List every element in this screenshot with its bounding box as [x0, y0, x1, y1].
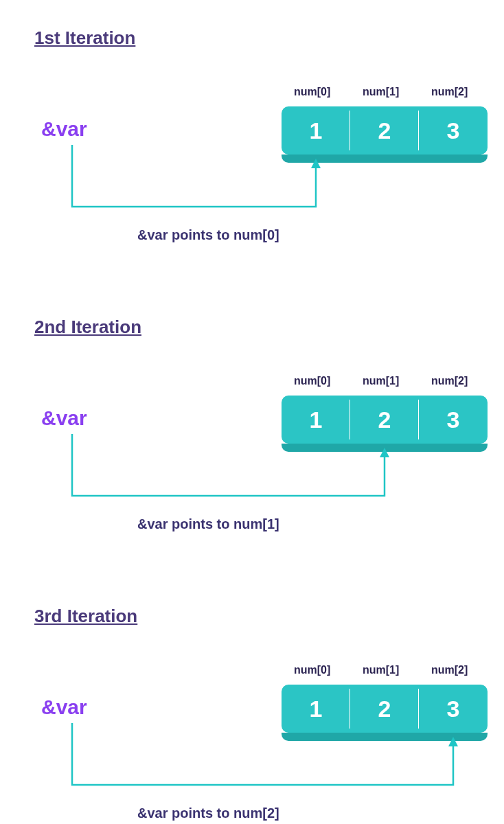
iteration-content: &varnum[0]num[1]num[2]123&var points to …	[27, 661, 504, 824]
iteration-title: 1st Iteration	[34, 27, 504, 49]
iteration-2: 2nd Iteration&varnum[0]num[1]num[2]123&v…	[27, 317, 504, 551]
iteration-3: 3rd Iteration&varnum[0]num[1]num[2]123&v…	[27, 606, 504, 824]
pointer-caption: &var points to num[2]	[137, 805, 279, 821]
iteration-content: &varnum[0]num[1]num[2]123&var points to …	[27, 83, 504, 262]
iteration-title: 2nd Iteration	[34, 317, 504, 338]
iteration-content: &varnum[0]num[1]num[2]123&var points to …	[27, 372, 504, 551]
iteration-title: 3rd Iteration	[34, 606, 504, 627]
iteration-1: 1st Iteration&varnum[0]num[1]num[2]123&v…	[27, 27, 504, 262]
pointer-caption: &var points to num[1]	[137, 516, 279, 532]
svg-marker-0	[311, 159, 321, 168]
svg-marker-1	[380, 448, 389, 457]
svg-marker-2	[448, 737, 458, 746]
pointer-arrow	[27, 661, 504, 824]
pointer-caption: &var points to num[0]	[137, 227, 279, 243]
